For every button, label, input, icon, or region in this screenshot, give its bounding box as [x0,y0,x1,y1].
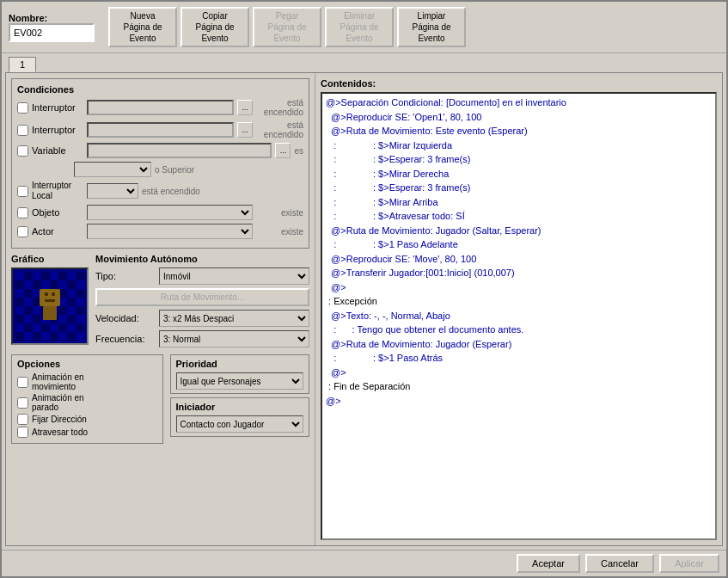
interruptor2-status: está encendido [256,120,303,139]
right-panel: Contenidos: @>Separación Condicional: [D… [315,73,722,545]
tab-1[interactable]: 1 [9,57,36,72]
actor-checkbox[interactable] [17,226,28,237]
condition-row-2: Interruptor ... está encendido [17,120,303,139]
content-line: @> [326,366,712,380]
sprite-icon [33,286,67,327]
condition-row-actor: Actor existe [17,224,303,239]
atravesar-todo-row: Atravesar todo [17,427,157,438]
eliminar-pagina-btn[interactable]: Eliminar Página de Evento [325,7,394,47]
fijar-direccion-label: Fijar Dirección [32,415,87,424]
top-buttons: Nueva Página de Evento Copiar Página de … [108,7,719,47]
interruptor2-label: Interruptor [32,125,83,135]
nombre-group: Nombre: [9,13,95,42]
opciones-title: Opciones [17,359,157,369]
pegar-pagina-btn[interactable]: Pegar Página de Evento [253,7,321,47]
variable-checkbox[interactable] [17,145,28,157]
content-area: Condiciones Interruptor ... está encendi… [5,72,723,546]
interruptor-local-select[interactable] [87,183,138,199]
aceptar-btn[interactable]: Aceptar [517,554,580,573]
main-window: Nombre: Nueva Página de Evento Copiar Pá… [0,0,728,578]
interruptor-local-checkbox[interactable] [17,186,28,197]
content-line: @>Ruta de Movimiento: Jugador (Esperar) [326,337,712,352]
grafico-canvas[interactable] [11,267,89,345]
fijar-direccion-checkbox[interactable] [17,414,28,425]
iniciador-subsection: Iniciador Tecla de AcciónContacto con Ju… [170,397,310,437]
animacion-parado-checkbox[interactable] [17,397,28,409]
frecuencia-select[interactable]: 1: Más Baja2: Baja3: Normal4: Alta5: Más… [159,330,309,347]
interruptor2-input[interactable] [87,122,234,138]
content-line: @> [326,394,712,409]
condition-row-objeto: Objeto existe [17,205,303,220]
content-line: @>Reproducir SE: 'Move', 80, 100 [326,252,712,267]
variable-select[interactable] [74,162,151,177]
svg-rect-1 [43,306,57,320]
objeto-select[interactable] [87,205,253,220]
content-line: : : $>Esperar: 3 frame(s) [326,152,712,167]
aplicar-btn[interactable]: Aplicar [659,554,719,573]
actor-status: existe [256,227,303,237]
tipo-select[interactable]: InmóvilAleatorioCíclicoPersonalizado [159,267,309,285]
animacion-parado-label: Animación en parado [32,393,84,412]
tipo-label: Tipo: [95,271,156,281]
nombre-input[interactable] [9,23,95,42]
content-line: : Excepción [326,294,712,309]
conditions-section: Condiciones Interruptor ... está encendi… [11,78,309,249]
content-line: @>Texto: -, -, Normal, Abajo [326,309,712,323]
svg-rect-2 [45,292,48,296]
interruptor2-btn[interactable]: ... [237,122,253,138]
interruptor1-label: Interruptor [32,102,83,113]
actor-label: Actor [32,226,83,237]
tipo-row: Tipo: InmóvilAleatorioCíclicoPersonaliza… [95,267,309,285]
content-line: : : $>1 Paso Adelante [326,237,712,252]
limpiar-pagina-btn[interactable]: Limpiar Página de Evento [397,7,466,47]
grafico-section: Gráfico [11,254,89,351]
svg-rect-3 [52,292,55,296]
frecuencia-row: Frecuencia: 1: Más Baja2: Baja3: Normal4… [95,330,309,347]
content-line: : : $>1 Paso Atrás [326,351,712,366]
animacion-movimiento-row: Animación en movimiento [17,372,157,391]
content-line: @>Separación Condicional: [Documento] en… [326,95,712,110]
cancelar-btn[interactable]: Cancelar [585,554,654,573]
interruptor1-checkbox[interactable] [17,102,28,114]
animacion-parado-row: Animación en parado [17,393,157,412]
content-line: @>Transferir Jugador:[001:Inicio] (010,0… [326,266,712,280]
grafico-movimiento-section: Gráfico [11,254,309,351]
iniciador-select[interactable]: Tecla de AcciónContacto con JugadorConta… [176,415,304,433]
opciones-section: Opciones Animación en movimiento Animaci… [11,354,163,444]
grafico-title: Gráfico [11,254,89,264]
movimiento-title: Movimiento Autónomo [95,254,309,264]
nueva-pagina-btn[interactable]: Nueva Página de Evento [108,7,177,47]
fijar-direccion-row: Fijar Dirección [17,414,157,425]
condition-row-variable: Variable ... es [17,143,303,158]
content-line: : : $>Mirar Derecha [326,167,712,181]
variable-sub-row: o Superior [17,162,303,177]
ruta-movimiento-btn[interactable]: Ruta de Movimiento... [95,288,309,306]
interruptor1-btn[interactable]: ... [237,100,253,115]
tabs-bar: 1 [2,53,726,72]
content-line: @>Ruta de Movimiento: Este evento (Esper… [326,124,712,138]
velocidad-row: Velocidad: 1: x8 Más Despacio2: x4 Más D… [95,310,309,327]
atravesar-todo-checkbox[interactable] [17,427,28,438]
animacion-movimiento-checkbox[interactable] [17,377,28,388]
bottom-bar: Aceptar Cancelar Aplicar [2,550,726,576]
variable-input[interactable] [87,143,272,158]
condition-row-1: Interruptor ... está encendido [17,98,303,117]
contenidos-box[interactable]: @>Separación Condicional: [Documento] en… [321,92,717,540]
content-line: : Fin de Separación [326,379,712,394]
variable-btn[interactable]: ... [275,143,291,158]
frecuencia-label: Frecuencia: [95,334,156,344]
top-bar: Nombre: Nueva Página de Evento Copiar Pá… [2,2,726,53]
interruptor1-input[interactable] [87,100,234,115]
copiar-pagina-btn[interactable]: Copiar Página de Evento [180,7,249,47]
actor-select[interactable] [87,224,253,239]
interruptor2-checkbox[interactable] [17,125,28,136]
velocidad-select[interactable]: 1: x8 Más Despacio2: x4 Más Despacio3: x… [159,310,309,327]
es-label: es [294,146,303,156]
interruptor1-status: está encendido [256,98,303,117]
contenidos-title: Contenidos: [321,78,717,89]
content-line: @>Ruta de Movimiento: Jugador (Saltar, E… [326,224,712,238]
objeto-checkbox[interactable] [17,207,28,218]
prioridad-select[interactable]: Por debajo de PersonajesIgual que Person… [176,372,304,390]
or-superior: o Superior [155,165,194,175]
left-panel: Condiciones Interruptor ... está encendi… [6,73,315,545]
